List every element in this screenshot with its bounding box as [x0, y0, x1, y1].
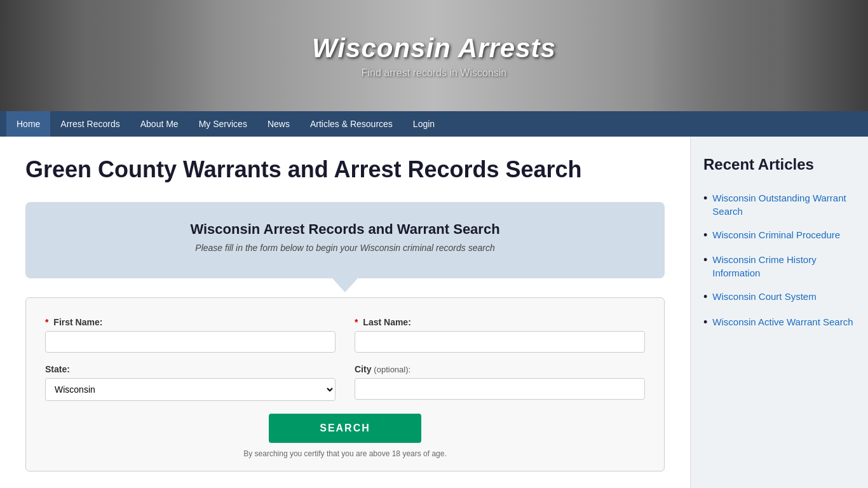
- city-input[interactable]: [355, 378, 645, 400]
- required-star-last: *: [355, 317, 358, 327]
- form-group-last-name: * Last Name:: [355, 317, 645, 353]
- list-item: • Wisconsin Outstanding Warrant Search: [703, 191, 855, 218]
- list-item: • Wisconsin Criminal Procedure: [703, 228, 855, 243]
- sidebar: Recent Articles • Wisconsin Outstanding …: [690, 137, 868, 488]
- search-box-subtitle: Please fill in the form below to begin y…: [44, 243, 646, 253]
- nav-login[interactable]: Login: [403, 111, 445, 137]
- site-header: Wisconsin Arrests Find arrest records in…: [0, 0, 868, 111]
- nav-arrest-records[interactable]: Arrest Records: [50, 111, 130, 137]
- nav-news[interactable]: News: [257, 111, 300, 137]
- search-button[interactable]: SEARCH: [269, 414, 421, 443]
- state-label: State:: [45, 364, 336, 374]
- form-group-first-name: * First Name:: [45, 317, 336, 353]
- sidebar-link-outstanding-warrant[interactable]: Wisconsin Outstanding Warrant Search: [712, 191, 855, 218]
- first-name-input[interactable]: [45, 331, 336, 353]
- main-navigation: Home Arrest Records About Me My Services…: [0, 111, 868, 137]
- search-box-title: Wisconsin Arrest Records and Warrant Sea…: [44, 221, 646, 238]
- required-star-first: *: [45, 317, 48, 327]
- bullet-icon: •: [703, 315, 707, 330]
- sidebar-link-active-warrant[interactable]: Wisconsin Active Warrant Search: [712, 315, 853, 329]
- list-item: • Wisconsin Active Warrant Search: [703, 315, 855, 330]
- state-select[interactable]: Wisconsin: [45, 378, 336, 401]
- form-row-location: State: Wisconsin City (optional):: [45, 364, 645, 401]
- nav-articles-resources[interactable]: Articles & Resources: [300, 111, 403, 137]
- site-subtitle: Find arrest records in Wisconsin: [312, 67, 556, 79]
- hands-left-decoration: [0, 0, 216, 111]
- search-box-header: Wisconsin Arrest Records and Warrant Sea…: [25, 202, 665, 278]
- sidebar-link-court-system[interactable]: Wisconsin Court System: [712, 290, 816, 303]
- list-item: • Wisconsin Court System: [703, 290, 855, 304]
- hands-right-decoration: [652, 0, 868, 111]
- nav-about-me[interactable]: About Me: [130, 111, 189, 137]
- nav-my-services[interactable]: My Services: [189, 111, 257, 137]
- search-button-row: SEARCH: [45, 414, 645, 443]
- sidebar-articles-list: • Wisconsin Outstanding Warrant Search •…: [703, 191, 855, 330]
- bullet-icon: •: [703, 253, 707, 268]
- last-name-label: * Last Name:: [355, 317, 645, 327]
- sidebar-title: Recent Articles: [703, 156, 855, 179]
- page-heading: Green County Warrants and Arrest Records…: [25, 156, 665, 183]
- bullet-icon: •: [703, 290, 707, 304]
- form-group-city: City (optional):: [355, 364, 645, 401]
- main-content: Green County Warrants and Arrest Records…: [0, 137, 690, 488]
- nav-home[interactable]: Home: [6, 111, 50, 137]
- list-item: • Wisconsin Crime History Information: [703, 253, 855, 280]
- sidebar-link-crime-history[interactable]: Wisconsin Crime History Information: [712, 253, 855, 280]
- bullet-icon: •: [703, 191, 707, 206]
- last-name-input[interactable]: [355, 331, 645, 353]
- form-note: By searching you certify that you are ab…: [45, 449, 645, 458]
- first-name-label: * First Name:: [45, 317, 336, 327]
- sidebar-link-criminal-procedure[interactable]: Wisconsin Criminal Procedure: [712, 228, 840, 241]
- form-row-names: * First Name: * Last Name:: [45, 317, 645, 353]
- bullet-icon: •: [703, 228, 707, 243]
- city-label: City (optional):: [355, 364, 645, 374]
- site-title: Wisconsin Arrests: [312, 33, 556, 64]
- page-body: Green County Warrants and Arrest Records…: [0, 137, 868, 488]
- search-form-container: * First Name: * Last Name: State:: [25, 297, 665, 471]
- form-group-state: State: Wisconsin: [45, 364, 336, 401]
- header-text: Wisconsin Arrests Find arrest records in…: [312, 33, 556, 79]
